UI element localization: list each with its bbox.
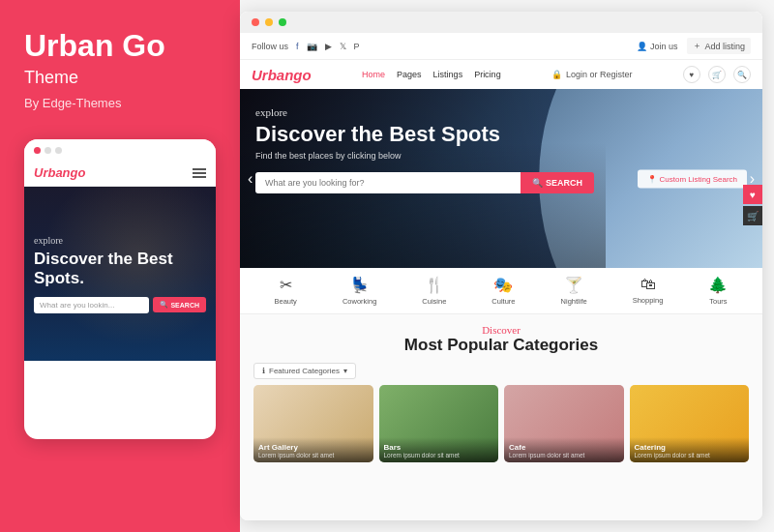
mobile-search-button[interactable]: 🔍 SEARCH xyxy=(153,297,206,312)
location-icon: 📍 xyxy=(647,174,657,183)
card-title: Cafe xyxy=(509,443,619,452)
add-listing-button[interactable]: ＋ Add listing xyxy=(687,38,751,54)
culture-label: Culture xyxy=(491,297,515,306)
cuisine-label: Cuisine xyxy=(422,297,446,306)
hero-search-row: 🔍 SEARCH xyxy=(255,172,594,193)
card-title: Bars xyxy=(384,443,494,452)
card-catering[interactable]: Catering Lorem ipsum dolor sit amet xyxy=(630,385,750,462)
nav-link-home[interactable]: Home xyxy=(362,70,385,79)
card-overlay: Cafe Lorem ipsum dolor sit amet xyxy=(504,437,624,462)
category-beauty[interactable]: ✂ Beauty xyxy=(275,276,297,306)
side-wishlist-button[interactable]: ♥ xyxy=(743,185,762,204)
social-icon-ig: 📷 xyxy=(307,42,317,51)
beauty-label: Beauty xyxy=(275,297,297,306)
side-floating-buttons: ♥ 🛒 xyxy=(743,185,762,225)
card-overlay: Catering Lorem ipsum dolor sit amet xyxy=(630,437,750,462)
shopping-label: Shopping xyxy=(633,296,664,305)
social-icon-yt: ▶ xyxy=(325,42,332,51)
card-overlay: Art Gallery Lorem ipsum dolor sit amet xyxy=(253,437,373,462)
nav-logo: Urbango xyxy=(252,67,312,83)
mobile-hero: explore Discover the Best Spots. What ar… xyxy=(24,187,216,361)
cards-row: Art Gallery Lorem ipsum dolor sit amet B… xyxy=(253,385,749,462)
social-icon-pin: P xyxy=(354,42,360,51)
coworking-icon: 💺 xyxy=(350,276,370,294)
category-shopping[interactable]: 🛍 Shopping xyxy=(633,276,664,306)
cart-icon-btn[interactable]: 🛒 xyxy=(708,66,726,83)
hero-prev-arrow[interactable]: ‹ xyxy=(248,170,253,188)
custom-listing-search-button[interactable]: 📍 Custom Listing Search xyxy=(638,169,747,188)
side-cart-button[interactable]: 🛒 xyxy=(743,206,762,225)
featured-categories-badge[interactable]: ℹ Featured Categories ▾ xyxy=(253,363,356,379)
nav-login-button[interactable]: 🔒 Login or Register xyxy=(551,70,633,79)
browser-dot-yellow xyxy=(265,18,273,26)
category-coworking[interactable]: 💺 Coworking xyxy=(342,276,376,306)
browser-bar xyxy=(240,12,762,33)
category-row: ✂ Beauty 💺 Coworking 🍴 Cuisine 🎭 Culture… xyxy=(240,268,762,314)
hero-explore-text: explore xyxy=(255,106,747,118)
hamburger-icon[interactable] xyxy=(193,168,206,178)
desktop-hero: explore Discover the Best Spots Find the… xyxy=(240,89,762,268)
nightlife-icon: 🍸 xyxy=(564,276,583,294)
search-icon-btn[interactable]: 🔍 xyxy=(733,66,751,83)
mobile-mockup: Urbango explore Discover the Best Spots.… xyxy=(24,139,216,439)
browser-dot-green xyxy=(279,18,286,26)
person-icon: 👤 xyxy=(637,42,647,51)
card-desc: Lorem ipsum dolor sit amet xyxy=(258,452,369,458)
category-tours[interactable]: 🌲 Tours xyxy=(708,276,728,306)
card-desc: Lorem ipsum dolor sit amet xyxy=(509,452,619,458)
card-cafe[interactable]: Cafe Lorem ipsum dolor sit amet xyxy=(504,385,624,462)
hero-search-button[interactable]: 🔍 SEARCH xyxy=(521,172,594,193)
right-panel: Follow us f 📷 ▶ 𝕏 P 👤 Join us ＋ Add list… xyxy=(240,12,762,520)
card-title: Art Gallery xyxy=(258,443,369,452)
mobile-search-icon: 🔍 xyxy=(160,301,168,309)
cuisine-icon: 🍴 xyxy=(425,276,444,294)
search-icon: 🔍 xyxy=(532,178,543,188)
desktop-navbar: Urbango Home Pages Listings Pricing 🔒 Lo… xyxy=(240,60,762,89)
wishlist-icon-btn[interactable]: ♥ xyxy=(683,66,700,83)
culture-icon: 🎭 xyxy=(493,276,513,294)
left-panel: Urban Go Theme By Edge-Themes Urbango ex… xyxy=(0,0,240,532)
desktop-bottom: Discover Most Popular Categories ℹ Featu… xyxy=(240,314,762,520)
mobile-logo: Urbango xyxy=(34,165,85,180)
join-us-button[interactable]: 👤 Join us xyxy=(637,42,678,51)
hero-subtitle: Find the best places by clicking below xyxy=(255,151,747,161)
card-desc: Lorem ipsum dolor sit amet xyxy=(384,452,494,458)
category-cuisine[interactable]: 🍴 Cuisine xyxy=(422,276,446,306)
plus-icon: ＋ xyxy=(693,40,701,52)
shopping-icon: 🛍 xyxy=(640,276,656,293)
mobile-hero-title: Discover the Best Spots. xyxy=(34,250,206,289)
beauty-icon: ✂ xyxy=(280,276,292,294)
tours-icon: 🌲 xyxy=(708,276,728,294)
card-art-gallery[interactable]: Art Gallery Lorem ipsum dolor sit amet xyxy=(253,385,373,462)
brand-title: Urban Go xyxy=(24,29,165,63)
card-bars[interactable]: Bars Lorem ipsum dolor sit amet xyxy=(379,385,499,462)
discover-header: Discover Most Popular Categories xyxy=(253,324,749,355)
topbar-left: Follow us f 📷 ▶ 𝕏 P xyxy=(252,42,360,51)
category-culture[interactable]: 🎭 Culture xyxy=(491,276,515,306)
nav-link-pages[interactable]: Pages xyxy=(397,70,422,79)
card-title: Catering xyxy=(635,443,745,452)
nightlife-label: Nightlife xyxy=(561,297,587,306)
info-icon: ℹ xyxy=(262,367,265,375)
topbar-right: 👤 Join us ＋ Add listing xyxy=(637,38,751,54)
card-overlay: Bars Lorem ipsum dolor sit amet xyxy=(379,437,499,462)
category-nightlife[interactable]: 🍸 Nightlife xyxy=(561,276,587,306)
mobile-dot-3 xyxy=(55,147,62,154)
mobile-search-input[interactable]: What are you lookin... xyxy=(34,297,149,313)
mobile-dot-1 xyxy=(34,147,41,154)
hero-title: Discover the Best Spots xyxy=(255,122,747,147)
card-desc: Lorem ipsum dolor sit amet xyxy=(635,452,745,458)
desktop-topbar: Follow us f 📷 ▶ 𝕏 P 👤 Join us ＋ Add list… xyxy=(240,33,762,60)
featured-row: ℹ Featured Categories ▾ xyxy=(253,363,749,379)
hero-search-input[interactable] xyxy=(255,172,521,193)
mobile-dot-2 xyxy=(45,147,51,154)
nav-icons: ♥ 🛒 🔍 xyxy=(683,66,751,83)
mobile-navbar: Urbango xyxy=(24,162,216,187)
tours-label: Tours xyxy=(709,297,727,306)
login-icon: 🔒 xyxy=(551,70,562,79)
mobile-search-bar: What are you lookin... 🔍 SEARCH xyxy=(34,297,206,313)
nav-link-listings[interactable]: Listings xyxy=(433,70,463,79)
nav-link-pricing[interactable]: Pricing xyxy=(474,70,501,79)
brand-by: By Edge-Themes xyxy=(24,96,121,110)
discover-cursive: Discover xyxy=(253,324,749,336)
